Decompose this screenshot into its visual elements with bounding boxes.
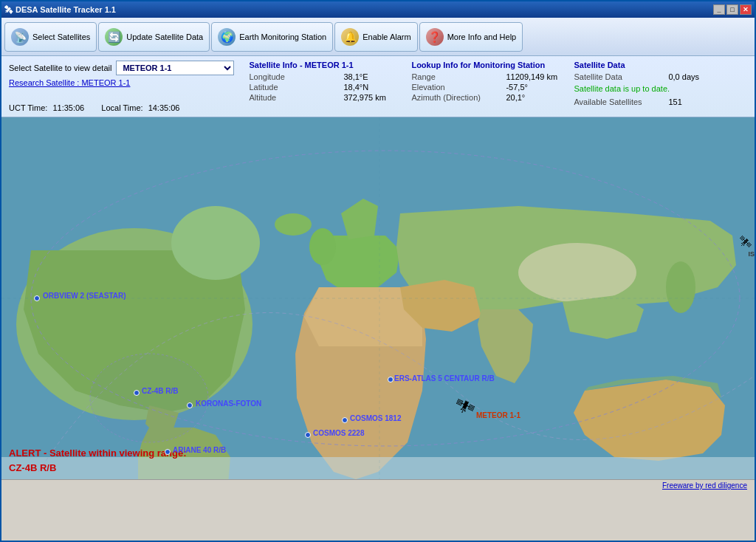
svg-point-3: [171, 206, 260, 280]
sat-label-cosmos1812: COSMOS 1812: [350, 414, 401, 422]
sat-avail-val: 151: [668, 97, 681, 106]
range-val: 11209,149 km: [506, 72, 557, 81]
alert-text: ALERT - Satellite within viewing range:C…: [9, 446, 750, 475]
earth-monitoring-label: Earth Monitoring Station: [239, 32, 326, 41]
altitude-val: 372,975 km: [343, 93, 385, 102]
more-info-icon: ❓: [426, 28, 444, 46]
range-key: Range: [411, 72, 500, 81]
footer: Freeware by red diligence: [1, 479, 755, 493]
uct-label: UCT Time:: [9, 103, 47, 112]
sat-dot-cosmos1812[interactable]: [342, 417, 348, 423]
satellite-dropdown[interactable]: METEOR 1-1 ORBVIEW 2 (SEASTAR) CZ-4B R/B…: [116, 61, 234, 75]
close-button[interactable]: ✕: [740, 4, 752, 15]
svg-point-17: [666, 261, 695, 313]
sat-label-meteor: METEOR 1-1: [476, 411, 520, 419]
update-data-label: Update Satellite Data: [126, 32, 203, 41]
title-bar-left: 🛰 DESA Satellite Tracker 1.1: [4, 5, 116, 14]
sat-data-val: 0,0 days: [668, 72, 699, 81]
elevation-row: Elevation -57,5°: [411, 83, 559, 92]
freeware-link[interactable]: Freeware by red diligence: [662, 481, 747, 490]
select-satellites-button[interactable]: 📡 Select Satellites: [4, 22, 97, 52]
sat-dot-orbview[interactable]: [34, 295, 40, 301]
info-panel: Select Satellite to view detail METEOR 1…: [1, 56, 755, 117]
sat-label-cosmos2228: COSMOS 2228: [313, 429, 364, 437]
lookup-info-section: Lookup Info for Monitoring Station Range…: [411, 61, 559, 102]
azimuth-row: Azimuth (Direction) 20,1°: [411, 93, 559, 102]
update-data-icon: 🔄: [105, 28, 123, 46]
sat-label-koronas: KORONAS-FOTON: [196, 399, 261, 408]
elevation-key: Elevation: [411, 83, 500, 92]
sat-dot-ariane[interactable]: [165, 449, 171, 455]
more-info-button[interactable]: ❓ More Info and Help: [419, 22, 523, 52]
app-icon: 🛰: [4, 5, 13, 14]
sat-dot-cz4b[interactable]: [134, 390, 140, 396]
title-bar: 🛰 DESA Satellite Tracker 1.1 _ □ ✕: [1, 1, 755, 18]
local-value: 14:35:06: [148, 103, 180, 112]
maximize-button[interactable]: □: [726, 4, 738, 15]
sat-data-row: Satellite Data 0,0 days: [574, 72, 721, 81]
local-label: Local Time:: [101, 103, 142, 112]
sat-label-ers: ERS-ATLAS 5 CENTAUR R/B: [394, 374, 495, 383]
lookup-info-title: Lookup Info for Monitoring Station: [411, 61, 559, 69]
sat-status: Satellite data is up to date.: [574, 84, 721, 93]
sat-label-ariane: ARIANE 40 R/B: [173, 446, 226, 454]
svg-point-15: [518, 243, 636, 302]
update-data-button[interactable]: 🔄 Update Satellite Data: [98, 22, 210, 52]
select-area: Select Satellite to view detail METEOR 1…: [9, 61, 234, 112]
sat-avail-row: Available Satellites 151: [574, 97, 721, 106]
latitude-val: 18,4°N: [343, 83, 368, 92]
research-satellite-link[interactable]: Research Satellite : METEOR 1-1: [9, 78, 234, 87]
iss-label: IS: [748, 250, 755, 258]
map-area: ORBVIEW 2 (SEASTAR) CZ-4B R/B KORONAS-FO…: [1, 117, 756, 479]
satellite-data-title: Satellite Data: [574, 61, 721, 69]
azimuth-key: Azimuth (Direction): [411, 93, 500, 102]
range-row: Range 11209,149 km: [411, 72, 559, 81]
enable-alarm-button[interactable]: 🔔 Enable Alarm: [334, 22, 417, 52]
longitude-key: Longitude: [249, 72, 337, 81]
title-bar-controls: _ □ ✕: [713, 4, 752, 15]
time-area: UCT Time: 11:35:06 Local Time: 14:35:06: [9, 103, 234, 112]
sat-data-key: Satellite Data: [574, 72, 662, 81]
svg-point-8: [275, 213, 312, 236]
more-info-label: More Info and Help: [447, 32, 517, 41]
altitude-row: Altitude 372,975 km: [249, 93, 396, 102]
sat-label-orbview: ORBVIEW 2 (SEASTAR): [43, 292, 126, 300]
sat-dot-koronas[interactable]: [187, 402, 193, 408]
altitude-key: Altitude: [249, 93, 337, 102]
svg-marker-16: [563, 295, 644, 339]
satellite-data-section: Satellite Data Satellite Data 0,0 days S…: [574, 61, 721, 106]
alert-bar: ALERT - Satellite within viewing range:C…: [1, 442, 756, 479]
sat-label-cz4b: CZ-4B R/B: [142, 387, 178, 395]
latitude-key: Latitude: [249, 83, 337, 92]
latitude-row: Latitude 18,4°N: [249, 83, 396, 92]
menu-bar: 📡 Select Satellites 🔄 Update Satellite D…: [1, 18, 755, 56]
svg-point-9: [309, 228, 336, 265]
elevation-val: -57,5°: [506, 83, 527, 92]
longitude-row: Longitude 38,1°E: [249, 72, 396, 81]
iss-indicator: 🛰: [740, 236, 752, 249]
sat-avail-key: Available Satellites: [574, 97, 662, 106]
satellite-info-section: Satellite Info - METEOR 1-1 Longitude 38…: [249, 61, 396, 102]
earth-monitoring-icon: 🌍: [218, 28, 236, 46]
select-satellite-label: Select Satellite to view detail: [9, 64, 111, 72]
select-satellites-label: Select Satellites: [32, 32, 90, 41]
app-title: DESA Satellite Tracker 1.1: [16, 5, 116, 14]
earth-monitoring-button[interactable]: 🌍 Earth Monitoring Station: [211, 22, 333, 52]
select-satellites-icon: 📡: [11, 28, 29, 46]
minimize-button[interactable]: _: [713, 4, 725, 15]
satellite-info-title: Satellite Info - METEOR 1-1: [249, 61, 396, 69]
longitude-val: 38,1°E: [343, 72, 368, 81]
azimuth-val: 20,1°: [506, 93, 525, 102]
enable-alarm-label: Enable Alarm: [362, 32, 410, 41]
enable-alarm-icon: 🔔: [341, 28, 359, 46]
uct-value: 11:35:06: [52, 103, 84, 112]
sat-dot-ers[interactable]: [388, 377, 394, 383]
sat-dot-cosmos2228[interactable]: [305, 432, 311, 438]
